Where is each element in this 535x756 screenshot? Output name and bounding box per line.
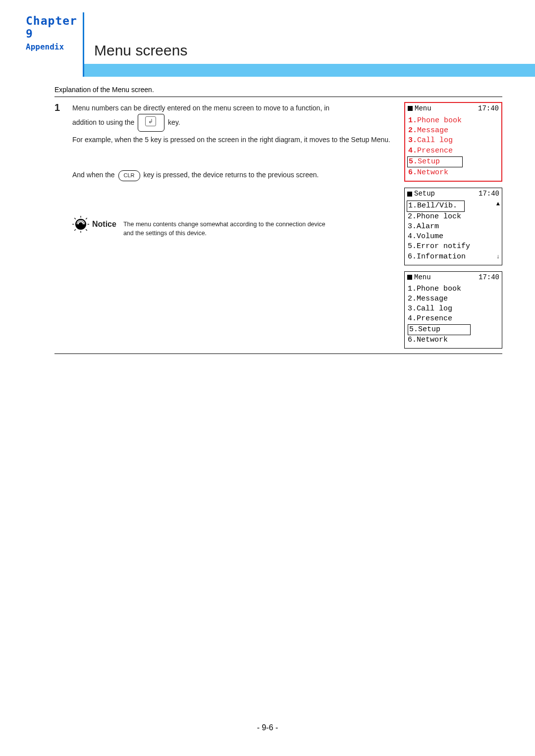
notice-line1: The menu contents change somewhat accord… xyxy=(123,221,325,228)
svg-line-7 xyxy=(74,229,76,231)
p3-text-b: key is pressed, the device returns to th… xyxy=(143,171,319,179)
phone2-item2: 2.Phone lock xyxy=(408,212,499,222)
step-body: Menu numbers can be directly entered on … xyxy=(72,98,398,349)
phone2-time: 17:40 xyxy=(479,189,499,199)
section-underline xyxy=(84,64,535,77)
phone-screen-setup: Setup 17:40 1.Bell/Vib. 2.Phone lock 3.A… xyxy=(404,188,502,265)
notice-block: Notice The menu contents change somewhat… xyxy=(72,216,398,239)
intro-text: Explanation of the Menu screen. xyxy=(54,86,502,97)
phone1-item5-num: 5. xyxy=(409,157,418,166)
clr-key-icon: CLR xyxy=(118,170,140,181)
section-block: Menu screens xyxy=(84,12,535,77)
notice-line2: and the settings of this device. xyxy=(123,230,207,237)
phone1-body: 1.Phone book 2.Message 3.Call log 4.Pres… xyxy=(405,114,501,181)
paragraph-1: Menu numbers can be directly entered on … xyxy=(72,103,398,132)
scroll-up-arrow-icon: ▲ xyxy=(496,200,500,208)
p1-text-c: key. xyxy=(168,118,180,126)
phone-screenshots-column: Menu 17:40 1.Phone book 2.Message 3.Call… xyxy=(404,98,502,349)
phone1-item2-txt: Message xyxy=(417,126,448,135)
enter-key-icon: ↲ xyxy=(138,114,164,132)
phone1-item5-selected: 5.Setup xyxy=(407,156,463,167)
step-row: 1 Menu numbers can be directly entered o… xyxy=(54,98,502,354)
phone3-item6: 6.Network xyxy=(408,335,499,345)
phone2-body: 1.Bell/Vib. 2.Phone lock 3.Alarm 4.Volum… xyxy=(405,200,502,265)
phone1-item1-num: 1. xyxy=(408,116,417,125)
phone2-title: Setup xyxy=(414,190,435,198)
paragraph-3: And when the CLR key is pressed, the dev… xyxy=(72,170,398,181)
phone3-title: Menu xyxy=(414,273,431,281)
content-area: Explanation of the Menu screen. 1 Menu n… xyxy=(0,86,535,354)
phone1-item1-txt: Phone book xyxy=(417,116,462,125)
notice-header: Notice xyxy=(72,216,116,233)
phone1-item4-num: 4. xyxy=(408,147,417,155)
phone1-item2-num: 2. xyxy=(408,126,417,135)
notice-text: The menu contents change somewhat accord… xyxy=(123,216,325,239)
scroll-down-arrow-icon: ↓ xyxy=(496,253,500,261)
svg-line-6 xyxy=(86,218,87,219)
phone1-item4-txt: Presence xyxy=(417,147,453,155)
phone2-item1-selected: 1.Bell/Vib. xyxy=(407,201,465,211)
p1-text-b: addition to using the xyxy=(72,118,134,126)
section-title: Menu screens xyxy=(84,42,535,64)
phone1-titlebar: Menu 17:40 xyxy=(405,103,501,114)
phone1-item6-txt: Network xyxy=(417,168,448,177)
phone3-titlebar: Menu 17:40 xyxy=(405,272,502,283)
page-footer: - 9-6 - xyxy=(0,723,535,732)
phone2-item3: 3.Alarm xyxy=(408,222,499,232)
phone3-item2: 2.Message xyxy=(408,294,499,304)
notice-label: Notice xyxy=(92,220,116,229)
phone2-item5: 5.Error notify xyxy=(408,242,499,252)
phone2-item4: 4.Volume xyxy=(408,232,499,242)
title-square-icon xyxy=(408,106,413,111)
svg-line-5 xyxy=(74,218,76,219)
title-square-icon xyxy=(407,192,412,197)
chapter-subtitle: Appendix xyxy=(26,42,83,51)
phone3-body: 1.Phone book 2.Message 3.Call log 4.Pres… xyxy=(405,283,502,349)
chapter-title: Chapter 9 xyxy=(26,14,83,40)
phone3-item5-selected: 5.Setup xyxy=(408,324,471,335)
phone1-item5-txt: Setup xyxy=(418,157,440,166)
paragraph-2: For example, when the 5 key is pressed o… xyxy=(72,135,398,146)
phone1-time: 17:40 xyxy=(478,104,499,113)
phone1-item3-txt: Call log xyxy=(417,136,453,145)
enter-key-glyph: ↲ xyxy=(145,116,156,126)
phone-screen-menu: Menu 17:40 1.Phone book 2.Message 3.Call… xyxy=(404,271,502,349)
title-square-icon xyxy=(407,275,412,280)
svg-line-8 xyxy=(86,229,87,231)
page-header: Chapter 9 Appendix Menu screens xyxy=(0,12,535,77)
phone2-item6: 6.Information xyxy=(408,252,499,262)
phone3-item1: 1.Phone book xyxy=(408,284,499,294)
phone1-title: Menu xyxy=(415,104,431,112)
phone3-item4: 4.Presence xyxy=(408,314,499,324)
phone-screen-menu-highlighted: Menu 17:40 1.Phone book 2.Message 3.Call… xyxy=(404,102,502,182)
chapter-block: Chapter 9 Appendix xyxy=(0,12,84,77)
phone3-time: 17:40 xyxy=(479,273,499,282)
p3-text-a: And when the xyxy=(72,171,115,179)
phone1-item3-num: 3. xyxy=(408,136,417,145)
p1-text-a: Menu numbers can be directly entered on … xyxy=(72,104,329,112)
notice-icon xyxy=(72,216,89,233)
phone1-item6-num: 6. xyxy=(408,168,417,177)
step-number: 1 xyxy=(54,98,66,349)
phone3-item3: 3.Call log xyxy=(408,304,499,314)
phone2-titlebar: Setup 17:40 xyxy=(405,188,502,200)
